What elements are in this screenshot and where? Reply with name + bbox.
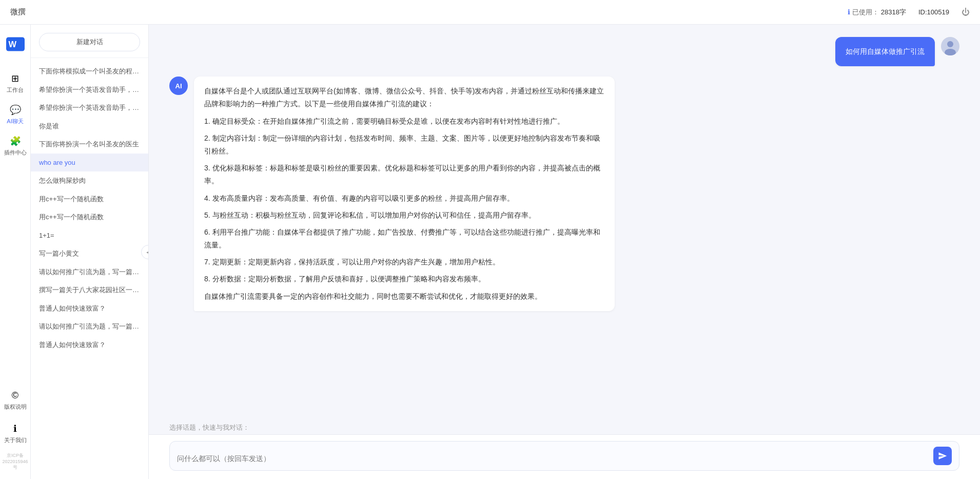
chat-main: 如何用自媒体做推广引流 AI 自媒体平台是个人或团队通过互联网平台( bbox=[149, 25, 980, 479]
history-item[interactable]: 怎么做狗屎炒肉 bbox=[31, 171, 148, 190]
chat-icon: 💬 bbox=[10, 104, 21, 116]
history-item[interactable]: 下面你将模拟成一个叫圣友的程序员，我说... bbox=[31, 62, 148, 81]
topbar-right: ℹ 已使用： 28318字 ID:100519 ⏻ bbox=[848, 8, 970, 17]
ai-response-paragraph: 自媒体平台是个人或团队通过互联网平台(如博客、微博、微信公众号、抖音、快手等)发… bbox=[204, 85, 604, 110]
copyright-icon: © bbox=[12, 390, 18, 401]
logo-area: W bbox=[3, 35, 28, 53]
about-label: 关于我们 bbox=[4, 436, 27, 444]
sidebar-item-ai-chat[interactable]: 💬 AI聊天 bbox=[3, 100, 28, 129]
logo-icon: W bbox=[6, 35, 25, 53]
user-message-text: 如何用自媒体做推广引流 bbox=[846, 47, 925, 55]
workbench-icon: ⊞ bbox=[11, 73, 19, 84]
sidebar-item-plugin[interactable]: 🧩 插件中心 bbox=[3, 131, 28, 161]
ai-response-paragraph: 6. 利用平台推广功能：自媒体平台都提供了推广功能，如广告投放、付费推广等，可以… bbox=[204, 226, 604, 252]
history-list: 下面你将模拟成一个叫圣友的程序员，我说...希望你扮演一个英语发音助手，我提供给… bbox=[31, 58, 148, 479]
sidebar-item-workbench[interactable]: ⊞ 工作台 bbox=[3, 69, 28, 98]
ai-avatar-text: AI bbox=[175, 82, 182, 90]
history-item[interactable]: 希望你扮演一个英语发音助手，我提供给你... bbox=[31, 99, 148, 117]
history-item[interactable]: 希望你扮演一个英语发音助手，我提供给你... bbox=[31, 81, 148, 99]
send-button[interactable] bbox=[933, 447, 952, 465]
history-sidebar: 新建对话 下面你将模拟成一个叫圣友的程序员，我说...希望你扮演一个英语发音助手… bbox=[31, 25, 149, 479]
new-chat-button[interactable]: 新建对话 bbox=[39, 33, 140, 51]
history-item[interactable]: 1+1= bbox=[31, 226, 148, 245]
history-item[interactable]: 用c++写一个随机函数 bbox=[31, 190, 148, 208]
history-header: 新建对话 bbox=[31, 25, 148, 58]
chat-input[interactable] bbox=[177, 453, 928, 465]
user-message-row: 如何用自媒体做推广引流 bbox=[169, 37, 959, 66]
workbench-label: 工作台 bbox=[7, 86, 24, 94]
history-item[interactable]: 你是谁 bbox=[31, 117, 148, 136]
quick-topics: 选择话题，快速与我对话： bbox=[149, 419, 980, 434]
ai-message-row: AI 自媒体平台是个人或团队通过互联网平台(如博客、微博、微信公众号、抖音、快手… bbox=[169, 76, 959, 311]
ai-response-paragraph: 8. 分析数据：定期分析数据，了解用户反馈和喜好，以便调整推广策略和内容发布频率… bbox=[204, 273, 604, 285]
logout-button[interactable]: ⏻ bbox=[962, 8, 970, 17]
ai-response-paragraph: 3. 优化标题和标签：标题和标签是吸引粉丝的重要因素。优化标题和标签可以让更多的… bbox=[204, 162, 604, 187]
topbar-usage: ℹ 已使用： 28318字 bbox=[848, 8, 906, 17]
ai-response-paragraph: 4. 发布高质量内容：发布高质量、有价值、有趣的内容可以吸引更多的粉丝，并提高用… bbox=[204, 192, 604, 205]
ai-avatar: AI bbox=[169, 76, 188, 95]
info-icon: ℹ bbox=[848, 8, 850, 16]
history-item[interactable]: 用c++写一个随机函数 bbox=[31, 208, 148, 226]
history-item[interactable]: 撰写一篇关于八大家花园社区一刻钟便民生... bbox=[31, 281, 148, 299]
ai-message-bubble: 自媒体平台是个人或团队通过互联网平台(如博客、微博、微信公众号、抖音、快手等)发… bbox=[194, 76, 615, 311]
main-layout: W ⊞ 工作台 💬 AI聊天 🧩 插件中心 © 版权说明 ℹ 关于我们 京ICP… bbox=[0, 25, 980, 479]
icon-sidebar: W ⊞ 工作台 💬 AI聊天 🧩 插件中心 © 版权说明 ℹ 关于我们 京ICP… bbox=[0, 25, 31, 479]
sidebar-item-copyright[interactable]: © 版权说明 bbox=[3, 386, 28, 415]
about-icon: ℹ bbox=[13, 423, 17, 434]
copyright-label: 版权说明 bbox=[4, 403, 27, 411]
user-avatar bbox=[941, 37, 959, 55]
chat-label: AI聊天 bbox=[7, 118, 23, 125]
usage-label: 已使用： bbox=[852, 8, 879, 17]
history-item[interactable]: 写一篇小黄文 bbox=[31, 244, 148, 263]
topbar: 微撰 ℹ 已使用： 28318字 ID:100519 ⏻ bbox=[0, 0, 980, 25]
plugin-label: 插件中心 bbox=[4, 149, 27, 157]
history-item[interactable]: 普通人如何快速致富？ bbox=[31, 336, 148, 354]
usage-value: 28318字 bbox=[881, 8, 906, 17]
topbar-title: 微撰 bbox=[10, 7, 848, 17]
ai-response-paragraph: 5. 与粉丝互动：积极与粉丝互动，回复评论和私信，可以增加用户对你的认可和信任，… bbox=[204, 209, 604, 222]
ai-response-paragraph: 7. 定期更新：定期更新内容，保持活跃度，可以让用户对你的内容产生兴趣，增加用户… bbox=[204, 256, 604, 269]
history-item[interactable]: 请以如何推广引流为题，写一篇大纲 bbox=[31, 317, 148, 336]
chat-input-area bbox=[149, 434, 980, 479]
topbar-id: ID:100519 bbox=[918, 8, 949, 16]
icp-text: 京ICP备2022015946号 bbox=[0, 452, 30, 471]
sidebar-bottom: © 版权说明 ℹ 关于我们 京ICP备2022015946号 bbox=[0, 386, 30, 479]
chat-messages: 如何用自媒体做推广引流 AI 自媒体平台是个人或团队通过互联网平台( bbox=[149, 25, 980, 419]
ai-response-paragraph: 1. 确定目标受众：在开始自媒体推广引流之前，需要明确目标受众是谁，以便在发布内… bbox=[204, 115, 604, 128]
history-item[interactable]: 普通人如何快速致富？ bbox=[31, 299, 148, 318]
ai-response-paragraph: 自媒体推广引流需要具备一定的内容创作和社交能力，同时也需要不断尝试和优化，才能取… bbox=[204, 290, 604, 303]
history-item[interactable]: 下面你将扮演一个名叫圣友的医生 bbox=[31, 135, 148, 154]
user-message-bubble: 如何用自媒体做推广引流 bbox=[835, 37, 935, 66]
svg-text:W: W bbox=[8, 40, 16, 49]
history-item[interactable]: 请以如何推广引流为题，写一篇大纲 bbox=[31, 263, 148, 281]
quick-topics-label: 选择话题，快速与我对话： bbox=[169, 424, 249, 431]
ai-response-paragraph: 2. 制定内容计划：制定一份详细的内容计划，包括发布时间、频率、主题、文案、图片… bbox=[204, 132, 604, 158]
svg-point-3 bbox=[947, 41, 953, 47]
user-avatar-icon bbox=[941, 37, 959, 55]
sidebar-item-about[interactable]: ℹ 关于我们 bbox=[3, 419, 28, 448]
history-item[interactable]: who are you bbox=[31, 154, 148, 172]
plugin-icon: 🧩 bbox=[10, 136, 21, 147]
chat-input-wrapper bbox=[169, 441, 959, 471]
send-icon bbox=[938, 451, 947, 461]
